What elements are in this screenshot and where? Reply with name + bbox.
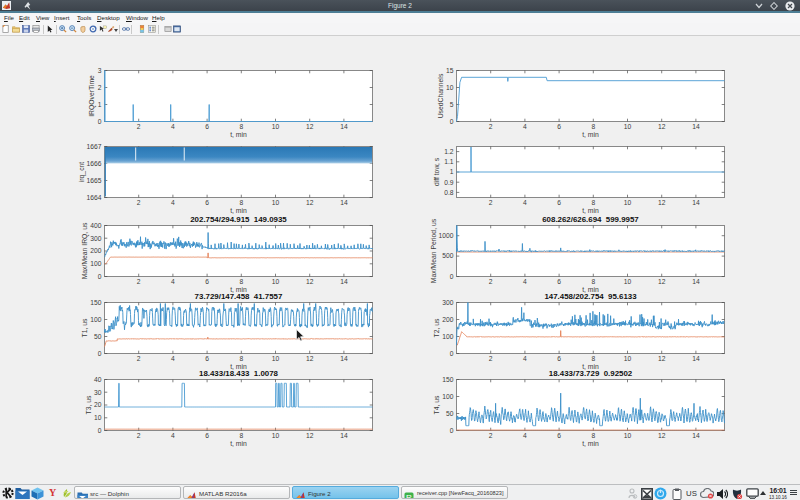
svg-text:0.9: 0.9 — [444, 179, 454, 186]
svg-text:150: 150 — [442, 376, 453, 383]
svg-text:500: 500 — [442, 252, 453, 259]
svg-text:10: 10 — [624, 432, 632, 439]
svg-text:50: 50 — [446, 410, 454, 417]
svg-text:2: 2 — [137, 199, 141, 206]
svg-text:300: 300 — [442, 299, 453, 306]
svg-text:300: 300 — [90, 235, 101, 242]
svg-text:8: 8 — [591, 432, 595, 439]
svg-text:608.262/626.694 599.9957: 608.262/626.694 599.9957 — [542, 215, 639, 224]
svg-text:150: 150 — [90, 299, 101, 306]
svg-text:6: 6 — [205, 355, 209, 362]
svg-text:6: 6 — [557, 199, 561, 206]
svg-text:12: 12 — [306, 123, 314, 130]
svg-text:73.729/147.458 41.7557: 73.729/147.458 41.7557 — [195, 292, 283, 301]
svg-text:8: 8 — [239, 123, 243, 130]
svg-text:12: 12 — [658, 123, 666, 130]
svg-text:14: 14 — [340, 123, 348, 130]
svg-text:4: 4 — [171, 199, 175, 206]
svg-text:1666: 1666 — [87, 160, 102, 167]
svg-text:2: 2 — [137, 278, 141, 285]
svg-text:12: 12 — [658, 278, 666, 285]
svg-text:10: 10 — [272, 432, 280, 439]
svg-text:0: 0 — [98, 427, 102, 434]
svg-text:4: 4 — [523, 355, 527, 362]
svg-text:8: 8 — [239, 278, 243, 285]
svg-text:8: 8 — [591, 355, 595, 362]
svg-text:2: 2 — [137, 123, 141, 130]
svg-text:12: 12 — [658, 432, 666, 439]
svg-text:1.2: 1.2 — [444, 148, 454, 155]
svg-text:t, min: t, min — [230, 440, 247, 447]
svg-text:100: 100 — [442, 333, 453, 340]
svg-text:4: 4 — [171, 355, 175, 362]
svg-text:50: 50 — [94, 333, 102, 340]
svg-text:0.8: 0.8 — [444, 189, 454, 196]
svg-text:0: 0 — [98, 350, 102, 357]
svg-text:5: 5 — [450, 101, 454, 108]
svg-text:1: 1 — [450, 168, 454, 175]
svg-text:T3, us: T3, us — [85, 395, 92, 414]
svg-text:0: 0 — [98, 273, 102, 280]
svg-text:20: 20 — [94, 401, 102, 408]
svg-text:T1, us: T1, us — [81, 318, 88, 337]
svg-text:1: 1 — [98, 101, 102, 108]
svg-text:6: 6 — [205, 123, 209, 130]
svg-text:2: 2 — [489, 355, 493, 362]
svg-text:12: 12 — [306, 355, 314, 362]
svg-text:200: 200 — [442, 316, 453, 323]
svg-text:2: 2 — [98, 84, 102, 91]
svg-text:Max/Mean IRQ, us: Max/Mean IRQ, us — [81, 222, 89, 279]
svg-text:6: 6 — [205, 199, 209, 206]
svg-text:1664: 1664 — [87, 194, 102, 201]
svg-text:10: 10 — [272, 355, 280, 362]
svg-text:4: 4 — [523, 432, 527, 439]
svg-text:2: 2 — [489, 199, 493, 206]
svg-text:10: 10 — [624, 278, 632, 285]
svg-text:t, min: t, min — [582, 207, 599, 214]
svg-text:0: 0 — [450, 427, 454, 434]
svg-text:14: 14 — [340, 355, 348, 362]
svg-text:1000: 1000 — [439, 232, 454, 239]
svg-text:Max/Mean Period, us: Max/Mean Period, us — [430, 218, 437, 283]
svg-text:14: 14 — [692, 432, 700, 439]
svg-text:14: 14 — [692, 199, 700, 206]
svg-text:1667: 1667 — [87, 143, 102, 150]
svg-text:irq_cnt: irq_cnt — [78, 162, 86, 183]
svg-text:4: 4 — [523, 199, 527, 206]
svg-text:t, min: t, min — [582, 440, 599, 447]
svg-text:200: 200 — [90, 247, 101, 254]
svg-text:8: 8 — [591, 199, 595, 206]
svg-text:14: 14 — [340, 432, 348, 439]
svg-text:10: 10 — [94, 414, 102, 421]
svg-text:147.458/202.754 95.6133: 147.458/202.754 95.6133 — [544, 292, 637, 301]
svg-text:3: 3 — [98, 67, 102, 74]
svg-text:8: 8 — [591, 278, 595, 285]
svg-text:4: 4 — [171, 278, 175, 285]
svg-text:14: 14 — [692, 123, 700, 130]
svg-text:18.433/18.433 1.0078: 18.433/18.433 1.0078 — [199, 369, 279, 378]
svg-text:8: 8 — [239, 199, 243, 206]
svg-text:t, min: t, min — [230, 131, 247, 138]
svg-text:10: 10 — [624, 199, 632, 206]
svg-text:40: 40 — [94, 376, 102, 383]
svg-text:14: 14 — [340, 199, 348, 206]
svg-text:4: 4 — [171, 432, 175, 439]
svg-text:30: 30 — [94, 389, 102, 396]
svg-text:6: 6 — [557, 123, 561, 130]
svg-text:12: 12 — [306, 432, 314, 439]
svg-text:t, min: t, min — [230, 207, 247, 214]
svg-text:0: 0 — [450, 350, 454, 357]
svg-text:400: 400 — [90, 222, 101, 229]
svg-text:18.433/73.729 0.92502: 18.433/73.729 0.92502 — [549, 369, 633, 378]
svg-text:12: 12 — [306, 278, 314, 285]
svg-text:1665: 1665 — [87, 177, 102, 184]
svg-text:14: 14 — [340, 278, 348, 285]
svg-text:2: 2 — [489, 432, 493, 439]
svg-text:6: 6 — [557, 278, 561, 285]
svg-text:1.1: 1.1 — [444, 158, 454, 165]
svg-text:0: 0 — [98, 118, 102, 125]
svg-text:6: 6 — [557, 432, 561, 439]
svg-text:8: 8 — [239, 355, 243, 362]
svg-text:diff tow, s: diff tow, s — [433, 157, 440, 186]
svg-text:4: 4 — [523, 123, 527, 130]
